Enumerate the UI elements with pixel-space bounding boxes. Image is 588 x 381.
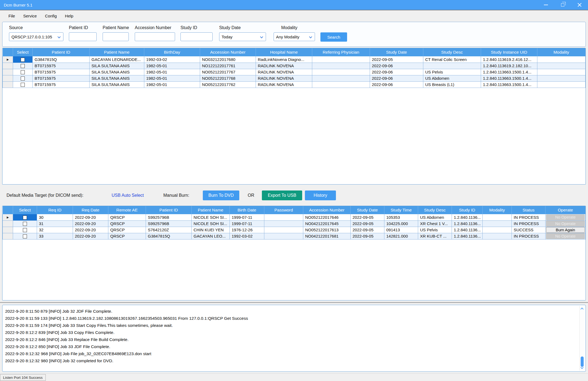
- cell-operate[interactable]: No Operate: [546, 220, 586, 227]
- cell-patient_name[interactable]: GACAYAN LEO...: [192, 233, 230, 239]
- cell-hospital[interactable]: RADLINK NOVENA: [256, 69, 312, 75]
- cell-uid[interactable]: 1.2.840.113619.2.416.12...: [481, 56, 537, 63]
- row-selector[interactable]: [3, 63, 13, 69]
- cell-patient_id[interactable]: G3847815Q: [146, 233, 192, 239]
- cell-study_date[interactable]: 2022-09-06: [370, 63, 423, 69]
- cell-study_id[interactable]: 1.2.840.1136...: [452, 220, 483, 227]
- cell-hospital[interactable]: RADLINK NOVENA: [256, 81, 312, 88]
- cell-modality[interactable]: [537, 69, 586, 75]
- cell-patient_id[interactable]: G3847815Q: [33, 56, 90, 63]
- column-header-hospital[interactable]: Hospital Name: [256, 48, 312, 56]
- patient-name-input[interactable]: [103, 32, 129, 41]
- cell-referring[interactable]: [312, 75, 370, 81]
- patient-id-input[interactable]: [69, 32, 97, 41]
- menu-config[interactable]: Config: [41, 12, 61, 20]
- column-header-modality[interactable]: Modality: [537, 48, 586, 56]
- cell-select[interactable]: [13, 233, 37, 239]
- scroll-up-icon[interactable]: [580, 308, 583, 311]
- cell-operate[interactable]: No Operate: [546, 214, 586, 220]
- column-header-birthday[interactable]: BirthDay: [144, 48, 200, 56]
- cell-study_date[interactable]: 2022-09-05: [370, 56, 423, 63]
- row-checkbox[interactable]: [23, 216, 27, 220]
- scrollbar-thumb[interactable]: [581, 357, 584, 367]
- cell-study_time[interactable]: 091413: [384, 227, 418, 233]
- cell-select[interactable]: [13, 214, 37, 220]
- row-checkbox[interactable]: [21, 70, 25, 74]
- cell-status[interactable]: SUCCESS: [512, 227, 546, 233]
- cell-patient_name[interactable]: GACAYAN LEONARDDE...: [90, 56, 144, 63]
- cell-study_date[interactable]: 2022-09-05: [351, 227, 384, 233]
- cell-password[interactable]: [264, 220, 303, 227]
- cell-remote_ae[interactable]: QRSCP: [108, 227, 146, 233]
- cell-modality[interactable]: [483, 227, 512, 233]
- cell-req_id[interactable]: 30: [37, 214, 73, 220]
- cell-uid[interactable]: 1.2.840.113663.1500.1.4...: [481, 75, 537, 81]
- no-operate-button[interactable]: No Operate: [546, 214, 585, 220]
- cell-password[interactable]: [264, 227, 303, 233]
- menu-file[interactable]: File: [4, 12, 19, 20]
- cell-remote_ae[interactable]: QRSCP: [108, 220, 146, 227]
- row-checkbox[interactable]: [23, 228, 27, 232]
- cell-select[interactable]: [13, 56, 33, 63]
- cell-birthday[interactable]: 1982-05-01: [144, 69, 200, 75]
- row-selector[interactable]: [3, 220, 13, 227]
- cell-accession[interactable]: NO042122017681: [303, 233, 351, 239]
- minimize-button[interactable]: [537, 0, 554, 10]
- column-header-req_date[interactable]: Req Date: [73, 206, 108, 214]
- column-header-study_desc[interactable]: Study Desc: [423, 48, 481, 56]
- table-row[interactable]: ▶302022-09-20QRSCPS9925796BNICOLE SOH SI…: [3, 214, 586, 220]
- cell-patient_name[interactable]: SILA SULTANA ANIS: [90, 63, 144, 69]
- row-selector[interactable]: ▶: [3, 214, 13, 220]
- cell-modality[interactable]: [537, 56, 586, 63]
- cell-birthday[interactable]: 1992-03-02: [144, 56, 200, 63]
- table-row[interactable]: 322022-09-20QRSCPS7642120ZCHIN KUEI YEN1…: [3, 227, 586, 233]
- table-row[interactable]: 332022-09-20QRSCPG3847815QGACAYAN LEO...…: [3, 233, 586, 239]
- cell-select[interactable]: [13, 81, 33, 88]
- cell-study_time[interactable]: 105353: [384, 214, 418, 220]
- cell-study_date[interactable]: 2022-09-05: [351, 214, 384, 220]
- cell-modality[interactable]: [537, 75, 586, 81]
- menu-help[interactable]: Help: [61, 12, 78, 20]
- cell-birthday[interactable]: 1982-05-01: [144, 75, 200, 81]
- cell-study_date[interactable]: 2022-09-06: [370, 81, 423, 88]
- cell-password[interactable]: [264, 233, 303, 239]
- cell-patient_id[interactable]: BT0715975: [33, 81, 90, 88]
- row-selector[interactable]: [3, 227, 13, 233]
- column-header-select[interactable]: Select: [13, 206, 37, 214]
- row-checkbox[interactable]: [21, 64, 25, 68]
- cell-patient_name[interactable]: NICOLE SOH SI...: [192, 220, 230, 227]
- cell-status[interactable]: IN PROCESS: [512, 233, 546, 239]
- column-header-patient_id[interactable]: Patient ID: [33, 48, 90, 56]
- cell-birth_date[interactable]: 1992-03-02: [230, 233, 264, 239]
- cell-birthday[interactable]: 1982-05-01: [144, 81, 200, 88]
- column-header-uid[interactable]: Study Instance UID: [481, 48, 537, 56]
- column-header-patient_id[interactable]: Patient ID: [146, 206, 192, 214]
- row-selector[interactable]: [3, 81, 13, 88]
- cell-study_time[interactable]: 142821.000: [384, 233, 418, 239]
- cell-referring[interactable]: [312, 81, 370, 88]
- cell-select[interactable]: [13, 69, 33, 75]
- column-header-patient_name[interactable]: Patient Name: [90, 48, 144, 56]
- cell-modality[interactable]: [483, 214, 512, 220]
- cell-status[interactable]: IN PROCESS: [512, 220, 546, 227]
- cell-uid[interactable]: 1.2.840.113663.1500.1.4...: [481, 81, 537, 88]
- cell-req_id[interactable]: 32: [37, 227, 73, 233]
- cell-patient_id[interactable]: S9925796B: [146, 214, 192, 220]
- cell-operate[interactable]: No Operate: [546, 233, 586, 239]
- modality-select[interactable]: Any Modality: [274, 32, 315, 41]
- cell-accession[interactable]: NO052122017646: [303, 214, 351, 220]
- row-selector[interactable]: [3, 233, 13, 239]
- no-operate-button[interactable]: No Operate: [546, 221, 585, 226]
- no-operate-button[interactable]: No Operate: [546, 233, 585, 239]
- table-row[interactable]: BT0715975SILA SULTANA ANIS1982-05-01NO05…: [3, 75, 586, 81]
- cell-patient_id[interactable]: S9925796B: [146, 220, 192, 227]
- usb-auto-select-link[interactable]: USB Auto Select: [112, 193, 144, 198]
- cell-status[interactable]: IN PROCESS: [512, 214, 546, 220]
- table-row[interactable]: BT0715975SILA SULTANA ANIS1982-05-01NO05…: [3, 81, 586, 88]
- cell-accession[interactable]: NO032122017680: [200, 56, 256, 63]
- cell-study_time[interactable]: 104225.000: [384, 220, 418, 227]
- column-header-status[interactable]: Status: [512, 206, 546, 214]
- column-header-study_time[interactable]: Study Time: [384, 206, 418, 214]
- cell-modality[interactable]: [483, 233, 512, 239]
- cell-study_desc[interactable]: US Abdomen: [423, 75, 481, 81]
